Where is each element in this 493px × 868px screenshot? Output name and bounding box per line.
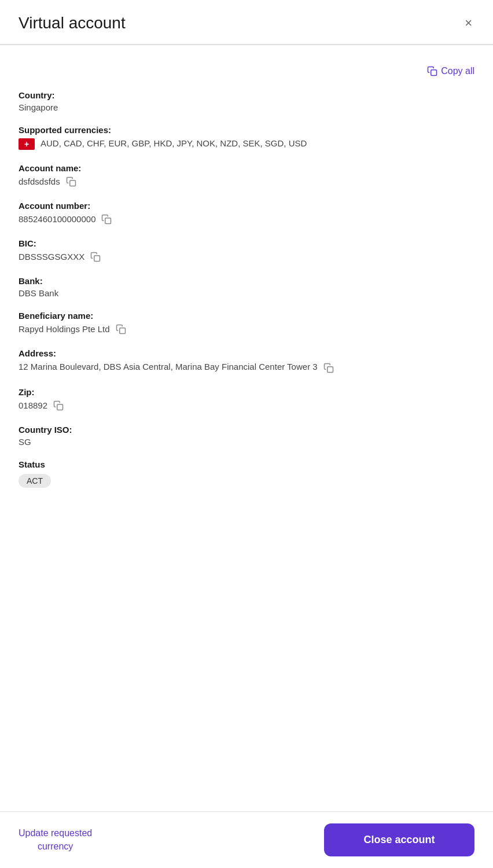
field-zip-row: 018892	[19, 399, 474, 412]
field-beneficiary-value: Rapyd Holdings Pte Ltd	[19, 324, 110, 334]
field-beneficiary-label: Beneficiary name:	[19, 311, 474, 321]
copy-icon	[53, 400, 64, 411]
modal-body: Copy all Country: Singapore Supported cu…	[0, 54, 493, 811]
field-bic-row: DBSSSGSGXXX	[19, 251, 474, 263]
field-address-label: Address:	[19, 348, 474, 358]
field-country-iso: Country ISO: SG	[19, 425, 474, 447]
field-account-number-label: Account number:	[19, 201, 474, 211]
copy-icon	[116, 324, 126, 334]
field-bic-label: BIC:	[19, 238, 474, 248]
field-address: Address: 12 Marina Boulevard, DBS Asia C…	[19, 348, 474, 374]
copy-zip-button[interactable]	[52, 399, 65, 412]
field-account-number-value: 8852460100000000	[19, 214, 95, 224]
svg-rect-0	[431, 70, 437, 76]
copy-icon	[101, 214, 112, 225]
field-address-row: 12 Marina Boulevard, DBS Asia Central, M…	[19, 361, 474, 374]
field-account-name-label: Account name:	[19, 163, 474, 173]
field-bic-value: DBSSSGSGXXX	[19, 252, 84, 262]
currency-row: + AUD, CAD, CHF, EUR, GBP, HKD, JPY, NOK…	[19, 137, 474, 150]
switzerland-flag: +	[19, 138, 35, 150]
copy-all-row: Copy all	[19, 64, 474, 79]
close-button[interactable]: ×	[462, 14, 474, 32]
svg-rect-5	[327, 366, 333, 372]
field-beneficiary-row: Rapyd Holdings Pte Ltd	[19, 323, 474, 336]
field-bank-label: Bank:	[19, 276, 474, 286]
copy-account-name-button[interactable]	[65, 175, 78, 188]
field-country: Country: Singapore	[19, 90, 474, 112]
svg-rect-2	[105, 218, 111, 223]
field-zip-label: Zip:	[19, 387, 474, 397]
copy-bic-button[interactable]	[89, 251, 102, 263]
copy-address-button[interactable]	[322, 362, 335, 374]
copy-account-number-button[interactable]	[100, 213, 113, 226]
modal-title: Virtual account	[19, 14, 126, 32]
update-currency-button[interactable]: Update requested currency	[19, 827, 92, 853]
field-account-number: Account number: 8852460100000000	[19, 201, 474, 226]
field-currencies: Supported currencies: + AUD, CAD, CHF, E…	[19, 125, 474, 150]
header-divider	[0, 45, 493, 45]
copy-icon	[90, 252, 101, 262]
field-currencies-label: Supported currencies:	[19, 125, 474, 135]
field-account-name-value: dsfdsdsfds	[19, 176, 60, 186]
field-address-value: 12 Marina Boulevard, DBS Asia Central, M…	[19, 361, 318, 374]
field-account-name-row: dsfdsdsfds	[19, 175, 474, 188]
modal-header: Virtual account ×	[0, 0, 493, 45]
field-bank-value: DBS Bank	[19, 288, 474, 298]
close-account-button[interactable]: Close account	[324, 823, 474, 856]
copy-beneficiary-button[interactable]	[115, 323, 127, 336]
copy-icon	[66, 176, 76, 187]
field-beneficiary: Beneficiary name: Rapyd Holdings Pte Ltd	[19, 311, 474, 336]
field-currencies-value: AUD, CAD, CHF, EUR, GBP, HKD, JPY, NOK, …	[41, 137, 307, 150]
update-currency-line2: currency	[38, 841, 73, 851]
field-account-number-row: 8852460100000000	[19, 213, 474, 226]
field-account-name: Account name: dsfdsdsfds	[19, 163, 474, 188]
svg-rect-1	[69, 180, 75, 186]
field-bic: BIC: DBSSSGSGXXX	[19, 238, 474, 263]
field-status: Status ACT	[19, 459, 474, 488]
copy-icon	[323, 363, 334, 373]
field-zip-value: 018892	[19, 400, 47, 410]
field-country-value: Singapore	[19, 102, 474, 112]
field-country-iso-label: Country ISO:	[19, 425, 474, 435]
svg-rect-6	[57, 404, 63, 410]
update-currency-line1: Update requested	[19, 828, 92, 838]
status-badge: ACT	[19, 474, 51, 488]
field-status-label: Status	[19, 459, 474, 469]
field-zip: Zip: 018892	[19, 387, 474, 412]
field-country-label: Country:	[19, 90, 474, 100]
svg-rect-4	[119, 328, 125, 333]
field-bank: Bank: DBS Bank	[19, 276, 474, 298]
copy-all-icon	[427, 66, 437, 76]
modal-footer: Update requested currency Close account	[0, 811, 493, 868]
svg-rect-3	[94, 255, 100, 261]
copy-all-label: Copy all	[441, 66, 474, 76]
modal-container: Virtual account × Copy all Country: Sing…	[0, 0, 493, 868]
field-country-iso-value: SG	[19, 437, 474, 447]
copy-all-button[interactable]: Copy all	[427, 64, 474, 79]
